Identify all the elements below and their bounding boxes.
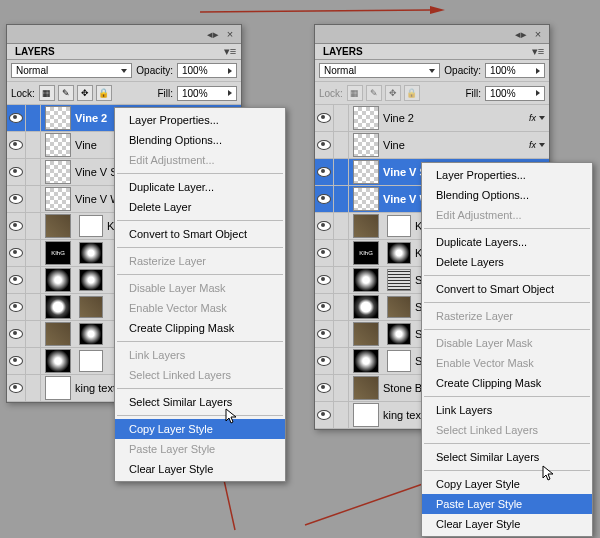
layer-mask-thumbnail[interactable]: [387, 269, 411, 291]
visibility-toggle[interactable]: [7, 375, 26, 401]
lock-pixels-icon[interactable]: ✎: [58, 85, 74, 101]
layer-thumbnail[interactable]: KIhG: [353, 241, 379, 265]
menu-item[interactable]: Link Layers: [422, 400, 592, 420]
layer-mask-thumbnail[interactable]: [79, 215, 103, 237]
layer-thumbnail[interactable]: [45, 160, 71, 184]
close-icon[interactable]: ×: [223, 27, 237, 41]
visibility-toggle[interactable]: [7, 105, 26, 131]
layer-mask-thumbnail[interactable]: [387, 215, 411, 237]
layer-name-label[interactable]: Vine 2: [383, 112, 529, 124]
menu-item[interactable]: Select Similar Layers: [422, 447, 592, 467]
visibility-toggle[interactable]: [7, 321, 26, 347]
menu-item[interactable]: Layer Properties...: [115, 110, 285, 130]
opacity-input[interactable]: 100%: [485, 63, 545, 78]
layer-mask-thumbnail[interactable]: [387, 323, 411, 345]
layer-thumbnail[interactable]: [45, 322, 71, 346]
visibility-toggle[interactable]: [315, 186, 334, 212]
lock-pixels-icon[interactable]: ✎: [366, 85, 382, 101]
visibility-toggle[interactable]: [315, 159, 334, 185]
layer-thumbnail[interactable]: [45, 268, 71, 292]
menu-item[interactable]: Copy Layer Style: [115, 419, 285, 439]
layer-thumbnail[interactable]: [353, 403, 379, 427]
fx-icon[interactable]: fx: [529, 140, 536, 150]
menu-item[interactable]: Duplicate Layer...: [115, 177, 285, 197]
layer-thumbnail[interactable]: [45, 349, 71, 373]
layer-mask-thumbnail[interactable]: [79, 269, 103, 291]
menu-item[interactable]: Copy Layer Style: [422, 474, 592, 494]
visibility-toggle[interactable]: [315, 105, 334, 131]
visibility-toggle[interactable]: [315, 294, 334, 320]
layer-thumbnail[interactable]: [353, 322, 379, 346]
layer-thumbnail[interactable]: [45, 295, 71, 319]
panel-menu-icon[interactable]: ▾≡: [223, 45, 237, 59]
menu-item[interactable]: Clear Layer Style: [115, 459, 285, 479]
lock-transparent-icon[interactable]: ▦: [347, 85, 363, 101]
layer-row[interactable]: Vinefx: [315, 132, 549, 159]
lock-all-icon[interactable]: 🔒: [404, 85, 420, 101]
layer-mask-thumbnail[interactable]: [387, 296, 411, 318]
menu-item[interactable]: Create Clipping Mask: [422, 373, 592, 393]
lock-position-icon[interactable]: ✥: [77, 85, 93, 101]
visibility-toggle[interactable]: [315, 132, 334, 158]
visibility-toggle[interactable]: [7, 186, 26, 212]
visibility-toggle[interactable]: [7, 348, 26, 374]
layer-thumbnail[interactable]: [353, 268, 379, 292]
visibility-toggle[interactable]: [315, 240, 334, 266]
visibility-toggle[interactable]: [315, 213, 334, 239]
menu-item[interactable]: Create Clipping Mask: [115, 318, 285, 338]
chevron-down-icon[interactable]: [539, 116, 545, 120]
fx-icon[interactable]: fx: [529, 113, 536, 123]
layer-thumbnail[interactable]: [353, 295, 379, 319]
layer-row[interactable]: Vine 2fx: [315, 105, 549, 132]
layer-thumbnail[interactable]: [45, 214, 71, 238]
visibility-toggle[interactable]: [7, 240, 26, 266]
visibility-toggle[interactable]: [315, 402, 334, 428]
layer-mask-thumbnail[interactable]: [79, 296, 103, 318]
visibility-toggle[interactable]: [7, 213, 26, 239]
fill-input[interactable]: 100%: [485, 86, 545, 101]
layer-thumbnail[interactable]: KIhG: [45, 241, 71, 265]
layer-thumbnail[interactable]: [353, 160, 379, 184]
layer-mask-thumbnail[interactable]: [387, 350, 411, 372]
layer-thumbnail[interactable]: [353, 133, 379, 157]
layers-tab[interactable]: LAYERS: [315, 44, 371, 60]
layers-tab[interactable]: LAYERS: [7, 44, 63, 60]
fill-input[interactable]: 100%: [177, 86, 237, 101]
menu-item[interactable]: Blending Options...: [115, 130, 285, 150]
menu-item[interactable]: Delete Layers: [422, 252, 592, 272]
layer-mask-thumbnail[interactable]: [79, 350, 103, 372]
opacity-input[interactable]: 100%: [177, 63, 237, 78]
close-icon[interactable]: ×: [531, 27, 545, 41]
menu-item[interactable]: Blending Options...: [422, 185, 592, 205]
menu-item[interactable]: Clear Layer Style: [422, 514, 592, 534]
chevron-down-icon[interactable]: [539, 143, 545, 147]
layer-thumbnail[interactable]: [45, 187, 71, 211]
layer-thumbnail[interactable]: [353, 376, 379, 400]
layer-thumbnail[interactable]: [353, 349, 379, 373]
menu-item[interactable]: Convert to Smart Object: [115, 224, 285, 244]
layer-mask-thumbnail[interactable]: [387, 242, 411, 264]
layer-thumbnail[interactable]: [353, 106, 379, 130]
layer-mask-thumbnail[interactable]: [79, 242, 103, 264]
collapse-icon[interactable]: ◂▸: [206, 27, 220, 41]
visibility-toggle[interactable]: [315, 348, 334, 374]
menu-item[interactable]: Delete Layer: [115, 197, 285, 217]
menu-item[interactable]: Paste Layer Style: [422, 494, 592, 514]
menu-item[interactable]: Layer Properties...: [422, 165, 592, 185]
menu-item[interactable]: Convert to Smart Object: [422, 279, 592, 299]
lock-position-icon[interactable]: ✥: [385, 85, 401, 101]
layer-thumbnail[interactable]: [353, 214, 379, 238]
visibility-toggle[interactable]: [315, 267, 334, 293]
visibility-toggle[interactable]: [7, 132, 26, 158]
visibility-toggle[interactable]: [7, 267, 26, 293]
layer-name-label[interactable]: Vine: [383, 139, 529, 151]
menu-item[interactable]: Select Similar Layers: [115, 392, 285, 412]
layer-mask-thumbnail[interactable]: [79, 323, 103, 345]
layer-thumbnail[interactable]: [45, 376, 71, 400]
layer-thumbnail[interactable]: [45, 133, 71, 157]
collapse-icon[interactable]: ◂▸: [514, 27, 528, 41]
visibility-toggle[interactable]: [315, 321, 334, 347]
visibility-toggle[interactable]: [7, 294, 26, 320]
layer-thumbnail[interactable]: [353, 187, 379, 211]
visibility-toggle[interactable]: [7, 159, 26, 185]
